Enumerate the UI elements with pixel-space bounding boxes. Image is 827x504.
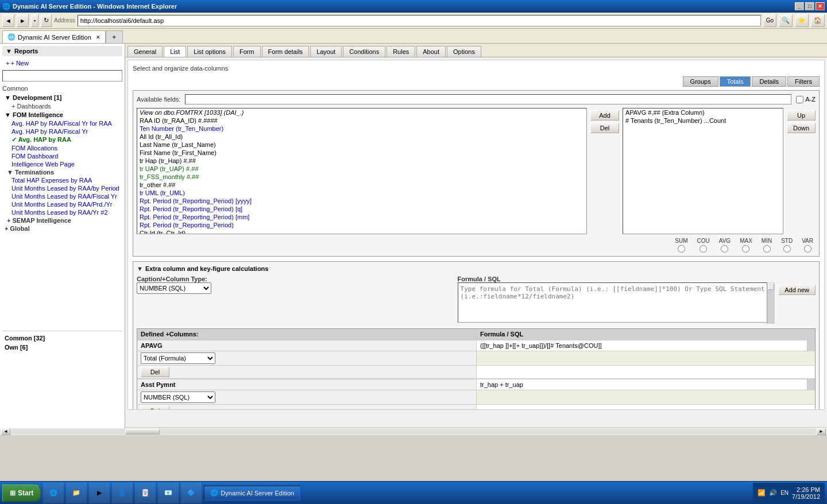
az-checkbox[interactable]: A-Z (796, 96, 816, 103)
sidebar-item-intel-web[interactable]: Intelligence Web Page (2, 160, 122, 168)
favorites-button[interactable]: ⭐ (795, 14, 809, 27)
field-tr-fss[interactable]: tr_FSS_monthly #.## (137, 173, 586, 181)
search-toolbar-button[interactable]: 🔍 (779, 14, 793, 27)
sidebar-item-unit-months-2[interactable]: Unit Months Leased by RAA/Fiscal Yr (2, 192, 122, 200)
new-tab-button[interactable]: + (106, 30, 123, 43)
field-ten-number[interactable]: Ten Number (tr_Ten_Number) (137, 125, 586, 133)
agg-sum-radio[interactable] (678, 245, 685, 253)
field-tr-uml[interactable]: tr UML (tr_UML) (137, 189, 586, 197)
sub-tab-totals[interactable]: Totals (720, 76, 751, 87)
taskbar-icon-person[interactable]: 👤 (112, 483, 133, 503)
address-input[interactable] (78, 15, 761, 26)
browser-tab[interactable]: 🌐 Dynamic AI Server Edition ✕ (2, 30, 106, 43)
formula-textarea[interactable] (458, 282, 775, 323)
tab-form[interactable]: Form (233, 46, 261, 57)
tab-conditions[interactable]: Conditions (343, 46, 385, 57)
scrollbar-track[interactable] (10, 429, 817, 435)
refresh-button[interactable]: ↻ (41, 14, 52, 27)
selected-fields-list[interactable]: APAVG #,## (Extra Column) # Tenants (tr_… (623, 108, 783, 234)
horizontal-scrollbar[interactable]: ◄ ► (0, 427, 827, 435)
tab-rules[interactable]: Rules (387, 46, 415, 57)
field-raa-id[interactable]: RAA ID (tr_RAA_ID) #.#### (137, 117, 586, 125)
sidebar-item-fom-alloc[interactable]: FOM Allocations (2, 144, 122, 152)
sidebar-item-unit-months-3[interactable]: Unit Months Leased by RAA/Prd./Yr (2, 200, 122, 208)
taskbar-icon-app[interactable]: 🔷 (181, 483, 202, 503)
add-new-button[interactable]: Add new (778, 285, 816, 295)
available-fields-list[interactable]: View on dbo.FOMTRX [1033] (DAI_.) RAA ID… (137, 108, 587, 234)
sidebar-item-unit-months-1[interactable]: Unit Months Leased by RAA/by Period (2, 184, 122, 192)
del-apavg-button[interactable]: Del (141, 367, 169, 377)
taskbar-icon-media[interactable]: ▶ (89, 483, 110, 503)
move-down-button[interactable]: Down (787, 123, 816, 133)
agg-cou-radio[interactable] (700, 245, 707, 253)
sidebar-item-terminations[interactable]: ▼ Terminations (2, 168, 122, 176)
field-tr-other[interactable]: tr_other #.## (137, 181, 586, 189)
start-button[interactable]: ⊞ Start (2, 484, 41, 502)
back-button[interactable]: ◄ (2, 14, 14, 27)
taskbar-icon-ie[interactable]: 🌐 (43, 483, 64, 503)
field-rpt-period[interactable]: Rpt. Period (tr_Reporting_Period) (137, 221, 586, 229)
tab-layout[interactable]: Layout (310, 46, 342, 57)
scroll-right-btn[interactable]: ► (817, 428, 826, 435)
scroll-left-btn[interactable]: ◄ (1, 428, 10, 435)
sub-tab-details[interactable]: Details (752, 76, 786, 87)
sidebar-item-avg-hap[interactable]: ✓ Avg. HAP by RAA (2, 135, 122, 144)
browser-tab-close[interactable]: ✕ (96, 34, 101, 40)
field-rpt-period-yyyy[interactable]: Rpt. Period (tr_Reporting_Period) [yyyy] (137, 197, 586, 205)
agg-max-radio[interactable] (742, 245, 749, 253)
type-select-new[interactable]: NUMBER (SQL) Total (Formula) (137, 282, 211, 294)
apavg-type-select[interactable]: Total (Formula) NUMBER (SQL) (141, 352, 215, 364)
agg-std-radio[interactable] (783, 245, 791, 253)
field-rpt-period-q[interactable]: Rpt. Period (tr_Reporting_Period) [q] (137, 205, 586, 213)
sidebar-item-fom-dash[interactable]: FOM Dashboard (2, 152, 122, 160)
field-first-name[interactable]: First Name (tr_First_Name) (137, 149, 586, 157)
maximize-button[interactable]: □ (805, 2, 814, 10)
sidebar-development-group[interactable]: ▼ Development [1] (2, 93, 122, 102)
tab-list-options[interactable]: List options (187, 46, 232, 57)
sub-tab-groups[interactable]: Groups (683, 76, 718, 87)
move-up-button[interactable]: Up (787, 110, 816, 121)
agg-var-radio[interactable] (804, 245, 811, 253)
sub-tab-filters[interactable]: Filters (787, 76, 820, 87)
stop-button[interactable]: ▪ (31, 14, 38, 27)
taskbar-active-item[interactable]: 🌐 Dynamic AI Server Edition (204, 486, 300, 501)
field-tr-uap[interactable]: tr UAP (tr_UAP) #.## (137, 165, 586, 173)
extra-col-toggle[interactable]: ▼ (137, 265, 143, 272)
field-last-name[interactable]: Last Name (tr_Last_Name) (137, 141, 586, 149)
sidebar-item-semap[interactable]: + SEMAP Intelligence (2, 216, 122, 224)
field-all-id[interactable]: All Id (tr_All_Id) (137, 133, 586, 141)
taskbar-icon-outlook[interactable]: 📧 (158, 483, 179, 503)
sidebar-search-input[interactable] (2, 70, 122, 82)
tab-general[interactable]: General (127, 46, 163, 57)
sidebar-new-button[interactable]: + + New (2, 59, 122, 68)
asstpymnt-type-select[interactable]: NUMBER (SQL) Total (Formula) (141, 391, 215, 403)
agg-min-radio[interactable] (763, 245, 771, 253)
del-field-button[interactable]: Del (590, 123, 619, 133)
tab-options[interactable]: Options (447, 46, 481, 57)
sidebar-item-0[interactable]: Avg. HAP by RAA/Fiscal Yr for RAA (2, 119, 122, 127)
sidebar-item-global[interactable]: + Global (2, 224, 122, 232)
sidebar-item-1[interactable]: Avg. HAP by RAA/Fiscal Yr (2, 127, 122, 135)
home-button[interactable]: 🏠 (811, 14, 825, 27)
sidebar-item-unit-months-4[interactable]: Unit Months Leased by RAA/Yr #2 (2, 208, 122, 216)
taskbar-icon-explorer[interactable]: 📁 (66, 483, 87, 503)
field-rpt-period-mm[interactable]: Rpt. Period (tr_Reporting_Period) [mm] (137, 213, 586, 221)
sidebar-item-total-hap[interactable]: Total HAP Expenses by RAA (2, 176, 122, 184)
sidebar-fom-intelligence-group[interactable]: ▼ FOM Intelligence (2, 110, 122, 119)
tab-form-details[interactable]: Form details (262, 46, 310, 57)
az-checkbox-input[interactable] (796, 96, 803, 103)
scrollbar-thumb-h[interactable] (125, 429, 160, 435)
add-field-button[interactable]: Add (590, 110, 619, 121)
agg-avg-radio[interactable] (721, 245, 728, 253)
taskbar-icon-games[interactable]: 🃏 (135, 483, 156, 503)
tab-about[interactable]: About (416, 46, 446, 57)
field-tr-hap[interactable]: tr Hap (tr_Hap) #.## (137, 157, 586, 165)
del-asstpymnt-button[interactable]: Del (141, 406, 169, 410)
close-button[interactable]: ✕ (816, 2, 825, 10)
fields-search-input[interactable] (185, 94, 791, 104)
minimize-button[interactable]: _ (795, 2, 804, 10)
forward-button[interactable]: ► (17, 14, 29, 27)
tab-list[interactable]: List (164, 46, 186, 57)
sidebar-item-dashboards[interactable]: + Dashboards (2, 102, 122, 110)
field-ctr-id[interactable]: Ctr Id (tr_Ctr_Id) (137, 229, 586, 234)
